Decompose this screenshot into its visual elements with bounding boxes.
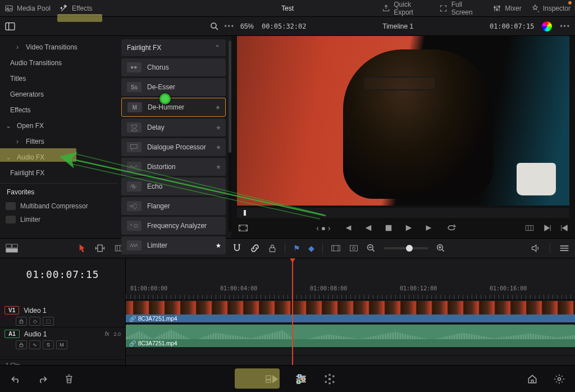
fx-chorus[interactable]: Chorus — [121, 58, 226, 76]
track-solo-button[interactable]: S — [43, 340, 54, 349]
sidebar-item-video-transitions[interactable]: ›Video Transitions — [0, 39, 118, 55]
fx-icon — [127, 122, 142, 133]
link-toggle[interactable] — [250, 243, 260, 253]
edit-page-button[interactable] — [294, 373, 308, 385]
timeline-body[interactable]: 01:00:00:00 01:00:04:00 01:00:08:00 01:0… — [126, 258, 575, 365]
timeline-view-options[interactable] — [6, 244, 18, 253]
favorite-limiter[interactable]: Limiter — [0, 213, 118, 226]
panel-toggle-icon[interactable] — [4, 22, 16, 31]
audio-track-lane[interactable]: 🔗8C3A7251.mp4 — [126, 323, 575, 356]
marker-icon[interactable]: ◆ — [308, 244, 314, 253]
zoom-detail-icon[interactable] — [349, 244, 359, 253]
next-edit-icon[interactable] — [544, 224, 551, 232]
viewer-scrubber[interactable] — [237, 208, 569, 218]
go-start-button[interactable] — [343, 224, 352, 232]
trim-tool[interactable] — [94, 244, 106, 253]
sidebar-item-generators[interactable]: Generators — [0, 86, 118, 102]
bypass-color-icon[interactable] — [542, 21, 552, 31]
playhead[interactable] — [292, 258, 293, 365]
track-enable-button[interactable]: ⬚ — [43, 317, 54, 326]
zoom-slider[interactable] — [384, 247, 428, 249]
scrollbar[interactable] — [229, 40, 231, 153]
effects-list: Fairlight FX⌃ Chorus SsDe-Esser MDe-Humm… — [118, 36, 231, 238]
loop-button[interactable] — [446, 224, 457, 232]
viewer-zoom[interactable]: 65% — [240, 22, 254, 30]
safe-area-icon[interactable] — [238, 224, 248, 232]
audio-track-header[interactable]: A1 Audio 1 fx 2.0 ∿ S M — [0, 327, 125, 360]
fx-delay[interactable]: Delay★ — [121, 118, 226, 136]
video-track-header[interactable]: V1 Video 1 ◇ ⬚ — [0, 304, 125, 327]
quick-export-button[interactable]: Quick Export — [382, 1, 430, 16]
inspector-button[interactable]: Inspector — [531, 4, 571, 13]
fx-echo[interactable]: Echo — [121, 177, 226, 195]
timeline: 01:00:07:15 V1 Video 1 ◇ ⬚ A1 Audio 1 fx… — [0, 258, 575, 365]
sidebar-item-effects[interactable]: Effects — [0, 102, 118, 118]
match-frame-icon[interactable]: ‹ ● › — [316, 224, 331, 233]
track-lock-button[interactable] — [16, 317, 27, 326]
fx-de-hummer[interactable]: MDe-Hummer★ — [121, 98, 226, 117]
sidebar-group-audiofx[interactable]: ⌄Audio FX — [0, 149, 118, 165]
star-icon[interactable]: ★ — [216, 163, 221, 171]
fx-frequency-analyzer[interactable]: Frequency Analyzer — [121, 217, 226, 235]
search-icon[interactable] — [209, 21, 220, 31]
redo-button[interactable] — [37, 375, 48, 384]
delete-button[interactable] — [64, 373, 74, 385]
sidebar-item-filters[interactable]: ›Filters — [0, 134, 118, 149]
prev-edit-icon[interactable] — [560, 224, 568, 232]
transport-controls: ‹ ● › — [231, 218, 575, 238]
annotation-highlight — [57, 14, 102, 22]
fx-flanger[interactable]: Flanger — [121, 197, 226, 215]
snap-toggle[interactable] — [232, 243, 242, 253]
zoom-in-icon[interactable] — [436, 244, 445, 253]
settings-button[interactable] — [554, 373, 565, 385]
audio-clip[interactable]: 🔗8C3A7251.mp4 — [126, 325, 575, 347]
sidebar-item-fairlightfx[interactable]: Fairlight FX — [0, 165, 118, 181]
fx-de-esser[interactable]: SsDe-Esser — [121, 78, 226, 96]
fx-distortion[interactable]: Distortion★ — [121, 158, 226, 176]
sidebar-item-audio-transitions[interactable]: Audio Transitions — [0, 55, 118, 71]
track-lock-button[interactable] — [16, 340, 27, 349]
full-screen-button[interactable]: Full Screen — [439, 1, 483, 16]
star-icon[interactable]: ★ — [216, 144, 221, 151]
mixer-button[interactable]: Mixer — [492, 4, 521, 13]
svg-rect-38 — [302, 377, 305, 380]
play-reverse-button[interactable] — [364, 224, 372, 232]
video-clip[interactable] — [126, 301, 575, 314]
favorite-multiband-compressor[interactable]: Multiband Compressor — [0, 199, 118, 213]
star-icon[interactable]: ★ — [216, 124, 221, 131]
flag-icon[interactable]: ⚑ — [293, 244, 300, 253]
timeline-ruler[interactable]: 01:00:00:00 01:00:04:00 01:00:08:00 01:0… — [126, 284, 575, 300]
timeline-name[interactable]: Timeline 1 — [314, 22, 482, 30]
undo-button[interactable] — [10, 375, 21, 384]
play-button[interactable] — [405, 224, 413, 232]
timeline-menu-icon[interactable] — [559, 244, 569, 252]
svg-rect-15 — [12, 244, 17, 248]
lock-toggle[interactable] — [268, 243, 277, 253]
effects-list-header[interactable]: Fairlight FX⌃ — [121, 39, 226, 56]
effects-button[interactable]: Effects — [60, 4, 92, 13]
go-end-button[interactable] — [425, 224, 434, 232]
media-pool-button[interactable]: Media Pool — [4, 4, 51, 13]
ellipsis-menu[interactable]: ••• — [224, 22, 235, 30]
zoom-full-icon[interactable] — [331, 244, 341, 253]
insert-icon[interactable] — [524, 224, 535, 232]
sidebar-item-titles[interactable]: Titles — [0, 71, 118, 86]
sidebar-group-openfx[interactable]: ⌄Open FX — [0, 118, 118, 134]
track-auto-select-button[interactable]: ◇ — [29, 317, 40, 326]
zoom-out-icon[interactable] — [367, 244, 376, 253]
star-icon[interactable]: ★ — [216, 242, 221, 249]
fusion-page-button[interactable] — [323, 373, 336, 385]
selection-tool[interactable] — [79, 243, 86, 253]
video-track-lane[interactable]: 🔗8C3A7251.mp4 — [126, 300, 575, 323]
viewer-canvas[interactable] — [237, 36, 569, 206]
stop-button[interactable] — [385, 224, 393, 232]
fx-limiter[interactable]: Limiter★ — [121, 236, 226, 254]
mute-icon[interactable] — [531, 244, 541, 253]
fx-dialogue-processor[interactable]: Dialogue Processor★ — [121, 138, 226, 156]
track-mute-button[interactable]: M — [56, 340, 67, 349]
track-fx-badge[interactable]: fx — [105, 331, 109, 337]
track-curve-button[interactable]: ∿ — [29, 340, 40, 349]
home-button[interactable] — [527, 373, 538, 385]
star-icon[interactable]: ★ — [215, 104, 221, 111]
viewer-ellipsis-menu[interactable]: ••• — [560, 22, 571, 30]
